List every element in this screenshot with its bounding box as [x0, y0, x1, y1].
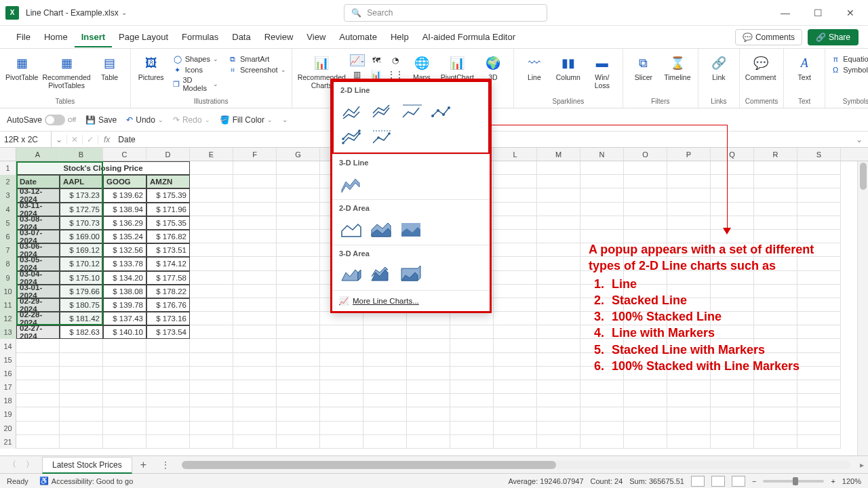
- column-header[interactable]: P: [667, 148, 711, 161]
- cell[interactable]: 02-27-2024: [16, 325, 60, 339]
- cell[interactable]: [667, 161, 711, 175]
- cell[interactable]: [233, 188, 277, 202]
- cell[interactable]: [667, 422, 711, 435]
- expand-formula-bar[interactable]: ⌄: [850, 135, 868, 144]
- cell[interactable]: [450, 380, 494, 394]
- cell[interactable]: [233, 298, 277, 312]
- cell[interactable]: [494, 435, 537, 449]
- cell[interactable]: AMZN: [146, 175, 190, 188]
- cell[interactable]: GOOG: [103, 175, 146, 188]
- cell[interactable]: [60, 367, 103, 380]
- row-header[interactable]: 2: [0, 175, 16, 188]
- tab-ai-aided-formula-editor[interactable]: AI-aided Formula Editor: [416, 28, 522, 46]
- cell[interactable]: [667, 203, 711, 216]
- icons-button[interactable]: ✦Icons: [173, 65, 218, 75]
- cell[interactable]: [450, 394, 494, 407]
- cell[interactable]: [16, 353, 60, 367]
- sheet-options[interactable]: ⋮: [155, 460, 176, 470]
- cell[interactable]: [277, 230, 320, 243]
- cell[interactable]: 03-04-2024: [16, 271, 60, 285]
- row-header[interactable]: 20: [0, 422, 16, 435]
- column-header[interactable]: C: [103, 148, 146, 161]
- cell[interactable]: [60, 339, 103, 352]
- save-button[interactable]: 💾Save: [85, 115, 117, 125]
- normal-view-button[interactable]: [691, 476, 705, 487]
- row-header[interactable]: 8: [0, 257, 16, 270]
- cell[interactable]: [190, 257, 233, 270]
- cell[interactable]: $ 169.00: [60, 230, 103, 243]
- cell[interactable]: [754, 407, 797, 421]
- smartart-button[interactable]: ⧉SmartArt: [228, 54, 286, 64]
- cell[interactable]: $ 139.62: [103, 188, 146, 202]
- cell[interactable]: [190, 203, 233, 216]
- cell[interactable]: [450, 339, 494, 352]
- tab-formulas[interactable]: Formulas: [175, 28, 225, 46]
- cell[interactable]: [233, 161, 277, 175]
- cell[interactable]: [797, 175, 841, 188]
- cell[interactable]: 03-11-2024: [16, 203, 60, 216]
- cell[interactable]: [277, 285, 320, 298]
- 100-stacked-line-chart-option[interactable]: [400, 101, 425, 121]
- cell[interactable]: 03-07-2024: [16, 230, 60, 243]
- cell[interactable]: [624, 203, 667, 216]
- cell[interactable]: [277, 243, 320, 257]
- row-header[interactable]: 6: [0, 230, 16, 243]
- cell[interactable]: [494, 325, 537, 339]
- cell[interactable]: [233, 243, 277, 257]
- cell[interactable]: $ 182.63: [60, 325, 103, 339]
- cell[interactable]: [190, 188, 233, 202]
- cell[interactable]: [363, 422, 407, 435]
- cell[interactable]: [754, 435, 797, 449]
- cell[interactable]: [537, 298, 580, 312]
- sheet-nav-next[interactable]: 〉: [22, 458, 38, 472]
- cell[interactable]: [494, 339, 537, 352]
- cell[interactable]: [494, 271, 537, 285]
- cell[interactable]: [363, 435, 407, 449]
- cell[interactable]: [190, 271, 233, 285]
- cell[interactable]: [494, 353, 537, 367]
- cell[interactable]: 02-28-2024: [16, 312, 60, 325]
- cell[interactable]: [60, 435, 103, 449]
- cell[interactable]: [407, 435, 450, 449]
- cell[interactable]: [580, 435, 624, 449]
- cell[interactable]: [450, 367, 494, 380]
- autosave-toggle[interactable]: AutoSave Off: [7, 115, 76, 125]
- cell[interactable]: [190, 298, 233, 312]
- cell[interactable]: [797, 380, 841, 394]
- cell[interactable]: $ 175.39: [146, 188, 190, 202]
- search-input[interactable]: 🔍 Search: [344, 4, 547, 22]
- cell[interactable]: [233, 422, 277, 435]
- tab-review[interactable]: Review: [258, 28, 300, 46]
- pictures-button[interactable]: 🖼Pictures: [136, 54, 166, 81]
- cell[interactable]: [537, 257, 580, 270]
- cell[interactable]: [190, 216, 233, 230]
- tab-view[interactable]: View: [300, 28, 332, 46]
- cell[interactable]: $ 136.29: [103, 216, 146, 230]
- cell[interactable]: [537, 339, 580, 352]
- cell[interactable]: [277, 407, 320, 421]
- cell[interactable]: [277, 339, 320, 352]
- cell[interactable]: [233, 175, 277, 188]
- cell[interactable]: [494, 175, 537, 188]
- toggle-switch[interactable]: [45, 115, 65, 125]
- cell[interactable]: [667, 394, 711, 407]
- cell[interactable]: $ 170.12: [60, 257, 103, 270]
- cell[interactable]: [711, 394, 754, 407]
- cell[interactable]: [277, 367, 320, 380]
- share-button[interactable]: 🔗Share: [808, 29, 859, 45]
- cell[interactable]: [797, 407, 841, 421]
- cell[interactable]: [450, 422, 494, 435]
- cell[interactable]: [190, 339, 233, 352]
- cell[interactable]: [580, 422, 624, 435]
- cell[interactable]: [754, 188, 797, 202]
- cell[interactable]: [537, 175, 580, 188]
- cell[interactable]: [190, 325, 233, 339]
- cell[interactable]: [146, 394, 190, 407]
- column-header[interactable]: L: [494, 148, 537, 161]
- cell[interactable]: $ 138.08: [103, 285, 146, 298]
- cell[interactable]: [277, 175, 320, 188]
- row-header[interactable]: 17: [0, 380, 16, 394]
- tab-home[interactable]: Home: [37, 28, 75, 46]
- cell[interactable]: [190, 243, 233, 257]
- cell[interactable]: [146, 367, 190, 380]
